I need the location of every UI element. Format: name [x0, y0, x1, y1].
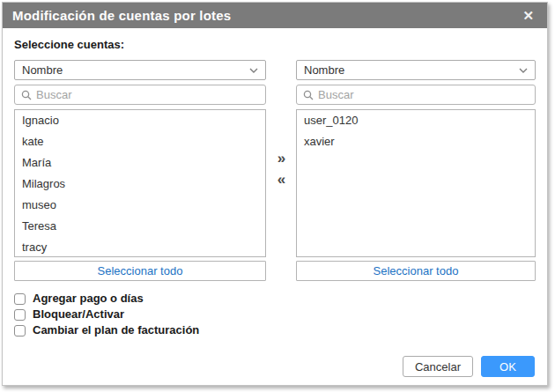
target-list: user_0120xavier [296, 109, 536, 257]
cancel-button[interactable]: Cancelar [403, 356, 473, 377]
target-filter-select[interactable]: Nombre [296, 60, 536, 80]
checkbox[interactable] [14, 325, 26, 337]
list-item[interactable]: Teresa [15, 216, 265, 237]
close-icon[interactable]: ✕ [519, 7, 537, 24]
list-item[interactable]: user_0120 [297, 110, 535, 131]
source-select-all-button[interactable]: Seleccionar todo [14, 261, 266, 281]
list-item[interactable]: museo [15, 195, 265, 216]
chevron-down-icon [249, 68, 258, 73]
checkbox-label[interactable]: Cambiar el plan de facturación [33, 324, 199, 337]
source-filter-value: Nombre [22, 63, 63, 77]
search-icon [303, 90, 314, 100]
section-label: Seleccione cuentas: [14, 38, 536, 51]
transfer-controls: » « [266, 60, 296, 190]
checkbox-label[interactable]: Bloquear/Activar [33, 308, 124, 321]
checkbox-row: Bloquear/Activar [14, 308, 536, 321]
chevron-down-icon [519, 68, 528, 73]
target-panel: Nombre user_0120xavier Seleccionar todo [296, 60, 536, 281]
list-item[interactable]: Ignacio [15, 110, 265, 131]
target-search-input[interactable] [318, 88, 529, 101]
options-checkbox-group: Agregar pago o díasBloquear/ActivarCambi… [14, 292, 536, 337]
move-right-button[interactable]: » [278, 148, 285, 169]
checkbox-label[interactable]: Agregar pago o días [33, 292, 144, 305]
source-search-input[interactable] [36, 88, 259, 101]
checkbox-row: Agregar pago o días [14, 292, 536, 305]
search-icon [21, 90, 32, 100]
list-item[interactable]: kate [15, 131, 265, 152]
target-filter-value: Nombre [304, 63, 344, 77]
source-filter-select[interactable]: Nombre [14, 60, 266, 80]
source-panel: Nombre IgnaciokateMaríaMilagrosmuseoTere… [14, 60, 266, 281]
target-search-box [296, 85, 536, 105]
checkbox[interactable] [14, 293, 26, 305]
target-select-all-button[interactable]: Seleccionar todo [296, 261, 536, 281]
dialog-title: Modificación de cuentas por lotes [12, 8, 231, 23]
checkbox-row: Cambiar el plan de facturación [14, 324, 536, 337]
source-search-box [14, 85, 266, 105]
dialog-content: Seleccione cuentas: Nombre IgnaciokateMa… [3, 28, 547, 337]
batch-account-modification-dialog: Modificación de cuentas por lotes ✕ Sele… [2, 2, 548, 386]
source-list: IgnaciokateMaríaMilagrosmuseoTeresatracy [14, 109, 266, 257]
checkbox[interactable] [14, 309, 26, 321]
dialog-titlebar: Modificación de cuentas por lotes ✕ [3, 3, 547, 28]
dialog-footer: Cancelar OK [403, 356, 535, 377]
move-left-button[interactable]: « [278, 169, 285, 190]
list-item[interactable]: xavier [297, 131, 535, 152]
list-item[interactable]: Milagros [15, 174, 265, 195]
list-item[interactable]: María [15, 152, 265, 174]
list-item[interactable]: tracy [15, 237, 265, 257]
dual-list-container: Nombre IgnaciokateMaríaMilagrosmuseoTere… [14, 60, 536, 281]
ok-button[interactable]: OK [481, 356, 535, 377]
